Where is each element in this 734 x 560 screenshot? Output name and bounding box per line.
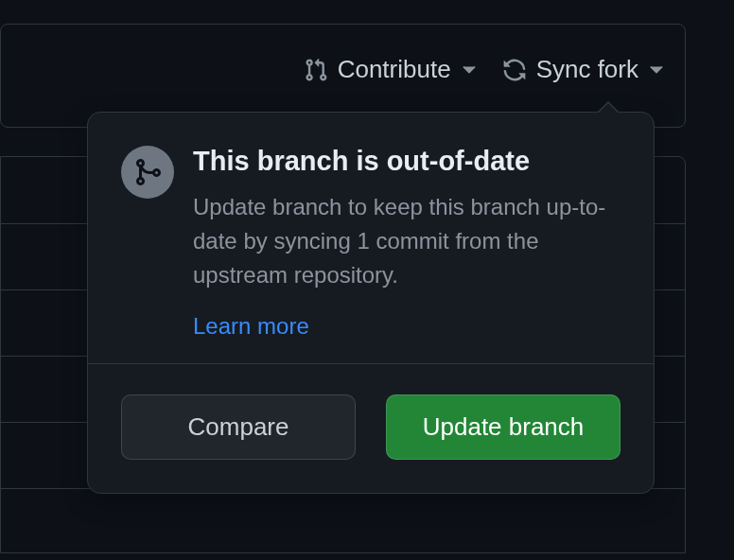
learn-more-link[interactable]: Learn more bbox=[193, 313, 309, 339]
toolbar-buttons: Contribute Sync fork bbox=[304, 55, 663, 84]
popover-footer: Compare Update branch bbox=[88, 363, 654, 493]
compare-button[interactable]: Compare bbox=[121, 394, 356, 460]
sync-fork-popover: This branch is out-of-date Update branch… bbox=[87, 112, 655, 494]
sync-fork-button[interactable]: Sync fork bbox=[502, 55, 663, 84]
sync-icon bbox=[502, 58, 527, 82]
update-branch-button[interactable]: Update branch bbox=[386, 394, 620, 460]
pull-request-icon bbox=[304, 58, 328, 82]
contribute-button[interactable]: Contribute bbox=[304, 55, 476, 84]
git-merge-icon bbox=[132, 157, 163, 187]
popover-content: This branch is out-of-date Update branch… bbox=[193, 146, 620, 340]
popover-description: Update branch to keep this branch up-to-… bbox=[193, 190, 620, 292]
chevron-down-icon bbox=[463, 65, 476, 75]
list-row bbox=[1, 488, 685, 554]
popover-icon-wrap bbox=[121, 146, 174, 199]
popover-body: This branch is out-of-date Update branch… bbox=[88, 113, 654, 363]
chevron-down-icon bbox=[650, 65, 663, 75]
sync-fork-label: Sync fork bbox=[536, 55, 638, 84]
contribute-label: Contribute bbox=[338, 55, 451, 84]
popover-title: This branch is out-of-date bbox=[193, 146, 620, 177]
